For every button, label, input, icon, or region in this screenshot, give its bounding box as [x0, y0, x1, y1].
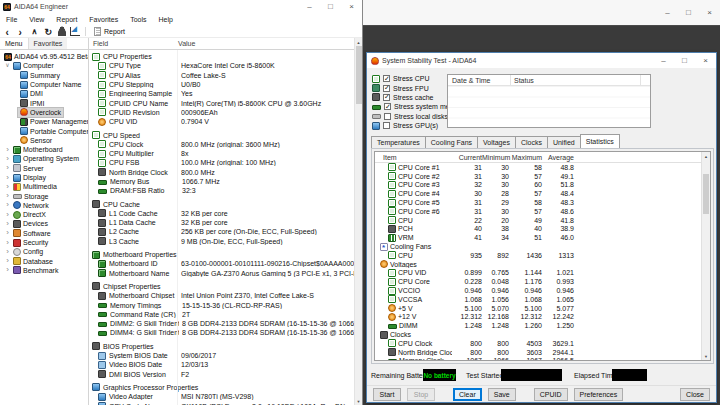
tree-item[interactable]: Devices [0, 219, 88, 228]
menu-item[interactable]: Report [50, 13, 83, 25]
stress-checkbox[interactable] [383, 85, 390, 92]
statistics-row[interactable]: CPU 22 20 49 41.8 [375, 216, 710, 225]
test-log-list[interactable]: Date & Time Status [447, 74, 651, 128]
dialog-close-button[interactable]: × [695, 56, 716, 66]
statistics-row[interactable]: North Bridge Clock 800 800 3603 2944.1 [375, 348, 710, 357]
tree-item[interactable]: Sensor [0, 136, 88, 145]
scroll-up-icon[interactable]: ▲ [355, 38, 362, 46]
statistics-row[interactable]: VCCSA 1.068 1.056 1.068 1.065 [375, 295, 710, 304]
field-row[interactable]: L3 Cache 9 MB (On-Die, ECC, Full-Speed) [89, 237, 362, 246]
field-row[interactable]: CPU Properties [89, 52, 362, 61]
background-minimize-button[interactable]: – [657, 8, 678, 18]
tree-item[interactable]: Portable Computer [0, 126, 88, 135]
field-row[interactable]: CPU Clock 800.0 MHz (original: 3600 MHz) [89, 140, 362, 149]
field-row[interactable]: DMI BIOS Version F2 [89, 370, 362, 379]
stats-scroll-down-icon[interactable]: ▼ [702, 352, 710, 360]
dialog-button[interactable]: Clear [453, 388, 482, 401]
result-tab[interactable]: Unified [547, 136, 581, 148]
dialog-maximize-button[interactable]: □ [674, 56, 695, 66]
tree-item[interactable]: Network [0, 201, 88, 210]
dialog-button[interactable]: Preferences [574, 388, 624, 401]
statistics-row[interactable]: CPU Core #2 31 30 57 49.1 [375, 172, 710, 181]
scrollbar-thumb[interactable] [356, 46, 362, 104]
tree-item[interactable]: DirectX [0, 210, 88, 219]
field-row[interactable]: GPU Code Name GK110B (PCI Express 3.0 x1… [89, 401, 362, 405]
menu-item[interactable]: Help [152, 13, 178, 25]
statistics-row[interactable]: Memory Clock 1067 1066 1067 1066.5 [375, 357, 710, 361]
tree-item[interactable]: Summary [0, 71, 88, 80]
statistics-row[interactable]: CPU Core #3 32 30 60 51.8 [375, 181, 710, 190]
dialog-minimize-button[interactable]: – [653, 56, 674, 66]
scroll-down-icon[interactable]: ▼ [355, 397, 362, 405]
report-button[interactable]: Report [90, 26, 129, 37]
log-column-status[interactable]: Status [510, 75, 640, 85]
main-titlebar[interactable]: AIDA64 Engineer – □ × [0, 0, 362, 13]
statistics-row[interactable]: CPU VID 0.899 0.765 1.144 1.021 [375, 269, 710, 278]
dialog-button[interactable]: CPUID [534, 388, 568, 401]
field-row[interactable]: System BIOS Date 09/06/2017 [89, 351, 362, 360]
stress-checkbox[interactable] [383, 94, 390, 101]
field-row[interactable]: Memory Timings 15-15-15-36 (CL-RCD-RP-RA… [89, 300, 362, 309]
field-row[interactable]: DIMM2: G Skill TridentZ F4-3... 8 GB DDR… [89, 319, 362, 328]
tree-item[interactable]: Database [0, 257, 88, 266]
toolbar-button[interactable] [16, 26, 29, 37]
field-row[interactable]: CPU Speed [89, 130, 362, 139]
statistics-row[interactable]: Clocks [375, 330, 710, 339]
tree-item[interactable]: Storage [0, 191, 88, 200]
statistics-row[interactable]: CPU Core #5 31 29 58 48.3 [375, 198, 710, 207]
field-row[interactable]: CPUID Revision 000906EAh [89, 108, 362, 117]
field-row[interactable]: Video BIOS Date 12/03/13 [89, 360, 362, 369]
main-vertical-scrollbar[interactable]: ▲ ▼ [354, 38, 362, 405]
tree-item[interactable]: Computer [0, 61, 88, 70]
field-row[interactable]: CPU Multiplier 8x [89, 149, 362, 158]
toolbar-button[interactable] [29, 26, 42, 37]
toolbar-button[interactable] [42, 26, 55, 37]
field-row[interactable]: Chipset Properties [89, 282, 362, 291]
field-row[interactable]: L1 Data Cache 32 KB per core [89, 218, 362, 227]
col-item[interactable]: Item [375, 154, 452, 161]
toolbar-button[interactable] [3, 26, 16, 37]
log-column-datetime[interactable]: Date & Time [448, 75, 510, 85]
tree-item[interactable]: Server [0, 164, 88, 173]
field-row[interactable]: CPUID CPU Name Intel(R) Core(TM) i5-8600… [89, 98, 362, 107]
field-row[interactable]: Motherboard Name Gigabyte GA-Z370 Aorus … [89, 269, 362, 278]
field-row[interactable]: Video Adapter MSI N780Ti (MS-V298) [89, 392, 362, 401]
tree-item[interactable]: Overclock [0, 108, 88, 117]
menu-item[interactable]: View [23, 13, 50, 25]
field-row[interactable]: Command Rate (CR) 2T [89, 310, 362, 319]
close-button[interactable]: × [341, 2, 362, 12]
result-tab[interactable]: Voltages [477, 136, 516, 148]
dialog-button[interactable]: Close [680, 388, 710, 401]
statistics-row[interactable]: DIMM 1.248 1.248 1.260 1.250 [375, 321, 710, 330]
statistics-row[interactable]: CPU Clock 800 800 4503 3629.1 [375, 339, 710, 348]
statistics-row[interactable]: CPU Core #1 31 30 58 48.8 [375, 163, 710, 172]
dialog-button[interactable]: Start [373, 388, 401, 401]
tree-item[interactable]: AIDA64 v5.95.4512 Beta [0, 52, 88, 61]
stress-checkbox[interactable] [383, 75, 390, 82]
menu-item[interactable]: File [0, 13, 23, 25]
statistics-row[interactable]: Voltages [375, 260, 710, 269]
toolbar-button[interactable] [68, 26, 81, 37]
field-row[interactable]: Engineering Sample Yes [89, 89, 362, 98]
result-tab[interactable]: Cooling Fans [425, 136, 478, 148]
col-maximum[interactable]: Maximum [509, 154, 542, 161]
statistics-row[interactable]: VRM 41 34 51 46.0 [375, 233, 710, 242]
field-row[interactable]: Motherboard ID 63-0100-000001-00101111-0… [89, 259, 362, 268]
result-tab[interactable]: Clocks [515, 136, 548, 148]
background-maximize-button[interactable]: □ [678, 8, 699, 18]
tree-item[interactable]: IPMI [0, 98, 88, 107]
stress-checkbox[interactable] [384, 103, 391, 110]
field-row[interactable]: Memory Bus 1066.7 MHz [89, 177, 362, 186]
tab-menu[interactable]: Menu [0, 38, 28, 49]
field-row[interactable]: BIOS Properties [89, 342, 362, 351]
tree-item[interactable]: Multimedia [0, 182, 88, 191]
field-row[interactable]: DIMM4: G Skill TridentZ F4-3... 8 GB DDR… [89, 328, 362, 337]
statistics-row[interactable]: +5 V 5.100 5.070 5.100 5.077 [375, 304, 710, 313]
tree-item[interactable]: Power Management [0, 117, 88, 126]
stress-checkbox[interactable] [383, 122, 390, 129]
menu-item[interactable]: Tools [124, 13, 152, 25]
stats-scroll-up-icon[interactable]: ▲ [702, 152, 710, 160]
column-header-field[interactable]: Field [89, 38, 178, 49]
result-tab[interactable]: Temperatures [371, 136, 426, 148]
statistics-row[interactable]: CPU 935 892 1436 1313 [375, 251, 710, 260]
